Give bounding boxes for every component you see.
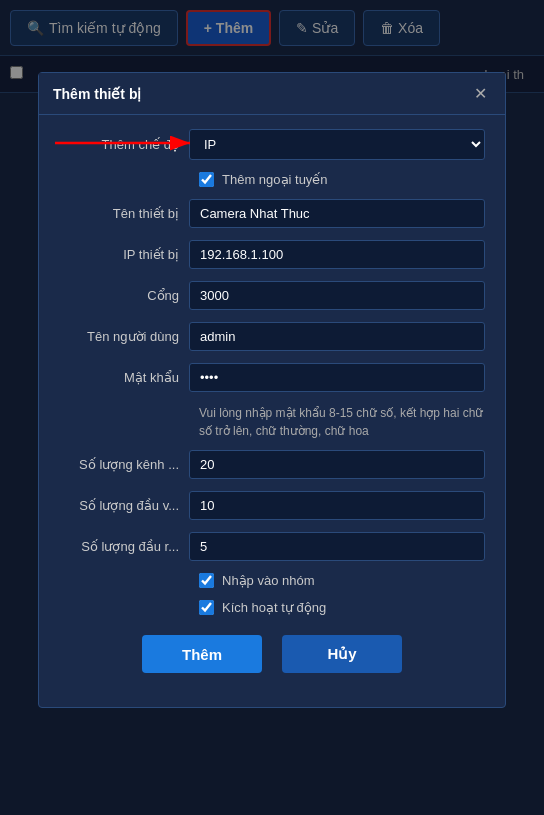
relay-count-label: Số lượng đầu r...: [59, 539, 189, 554]
channel-count-label: Số lượng kênh ...: [59, 457, 189, 472]
mode-label: Thêm chế độ: [59, 137, 189, 152]
port-row: Cổng: [59, 281, 485, 310]
ip-row: IP thiết bị: [59, 240, 485, 269]
ip-input[interactable]: [189, 240, 485, 269]
dialog-title: Thêm thiết bị: [53, 86, 141, 102]
nhap-nhom-label: Nhập vào nhóm: [222, 573, 315, 588]
ngoai-tuyen-checkbox[interactable]: [199, 172, 214, 187]
video-input-count-label: Số lượng đầu v...: [59, 498, 189, 513]
channel-count-row: Số lượng kênh ...: [59, 450, 485, 479]
device-name-label: Tên thiết bị: [59, 206, 189, 221]
dialog-footer: Thêm Hủy: [59, 635, 485, 673]
device-name-input[interactable]: [189, 199, 485, 228]
nhap-nhom-checkbox[interactable]: [199, 573, 214, 588]
ngoai-tuyen-label: Thêm ngoại tuyến: [222, 172, 328, 187]
password-row: Mật khẩu: [59, 363, 485, 392]
device-name-row: Tên thiết bị: [59, 199, 485, 228]
port-label: Cổng: [59, 288, 189, 303]
password-input[interactable]: [189, 363, 485, 392]
mode-row: Thêm chế độ IP Analog: [59, 129, 485, 160]
ngoai-tuyen-row: Thêm ngoại tuyến: [199, 172, 485, 187]
dialog-close-button[interactable]: ✕: [470, 84, 491, 103]
video-input-count-row: Số lượng đầu v...: [59, 491, 485, 520]
channel-count-input[interactable]: [189, 450, 485, 479]
dialog-form: Thêm chế độ IP Analog Thêm ngoại tuyến T…: [39, 115, 505, 687]
dialog-title-bar: Thêm thiết bị ✕: [39, 73, 505, 115]
nhap-nhom-row: Nhập vào nhóm: [199, 573, 485, 588]
confirm-add-button[interactable]: Thêm: [142, 635, 262, 673]
password-hint: Vui lòng nhập mật khẩu 8-15 chữ số, kết …: [199, 404, 485, 440]
password-label: Mật khẩu: [59, 370, 189, 385]
relay-count-row: Số lượng đầu r...: [59, 532, 485, 561]
mode-select[interactable]: IP Analog: [189, 129, 485, 160]
username-row: Tên người dùng: [59, 322, 485, 351]
username-label: Tên người dùng: [59, 329, 189, 344]
kich-hoat-label: Kích hoạt tự động: [222, 600, 326, 615]
relay-count-input[interactable]: [189, 532, 485, 561]
kich-hoat-row: Kích hoạt tự động: [199, 600, 485, 615]
username-input[interactable]: [189, 322, 485, 351]
port-input[interactable]: [189, 281, 485, 310]
video-input-count-input[interactable]: [189, 491, 485, 520]
kich-hoat-checkbox[interactable]: [199, 600, 214, 615]
ip-label: IP thiết bị: [59, 247, 189, 262]
add-device-dialog: Thêm thiết bị ✕ Thêm chế độ IP Analog Th…: [38, 72, 506, 708]
cancel-button[interactable]: Hủy: [282, 635, 402, 673]
